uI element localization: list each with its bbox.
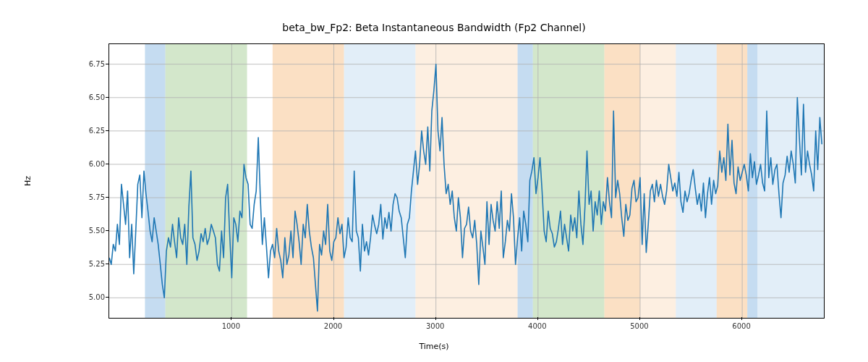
- plot-svg: [109, 44, 824, 318]
- svg-rect-4: [415, 44, 517, 318]
- y-tick-label: 6.50: [76, 93, 105, 101]
- figure: beta_bw_Fp2: Beta Instantaneous Bandwidt…: [0, 0, 868, 362]
- svg-rect-6: [533, 44, 605, 318]
- x-tick-label: 4000: [528, 322, 546, 330]
- x-tick-label: 6000: [732, 322, 750, 330]
- y-tick-label: 5.00: [76, 293, 105, 301]
- svg-rect-7: [605, 44, 640, 318]
- y-tick-label: 6.00: [76, 159, 105, 167]
- x-axis-label: Time(s): [0, 342, 868, 351]
- svg-rect-9: [676, 44, 716, 318]
- chart-title: beta_bw_Fp2: Beta Instantaneous Bandwidt…: [0, 22, 868, 33]
- y-tick-label: 5.50: [76, 227, 105, 235]
- x-tick-label: 2000: [324, 322, 342, 330]
- x-tick-label: 3000: [426, 322, 444, 330]
- y-axis-label: Hz: [23, 176, 33, 186]
- axes-area: [109, 43, 825, 319]
- y-tick-label: 6.25: [76, 126, 105, 134]
- y-tick-label: 6.75: [76, 59, 105, 67]
- x-tick-label: 1000: [222, 322, 240, 330]
- svg-rect-0: [145, 44, 165, 318]
- svg-rect-1: [166, 44, 247, 318]
- y-tick-label: 5.25: [76, 260, 105, 268]
- svg-rect-5: [518, 44, 533, 318]
- y-tick-label: 5.75: [76, 193, 105, 201]
- svg-rect-10: [717, 44, 747, 318]
- svg-rect-8: [640, 44, 676, 318]
- x-tick-label: 5000: [630, 322, 648, 330]
